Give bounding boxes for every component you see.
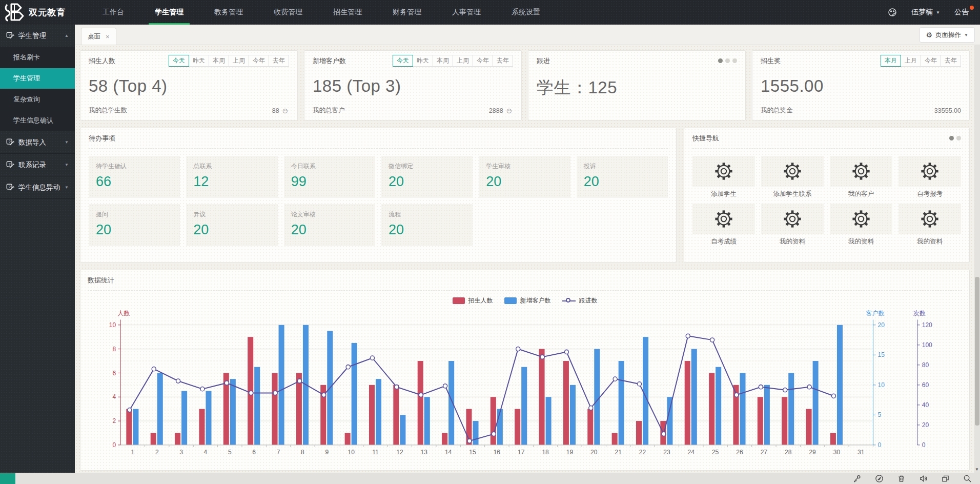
filter-button-本周[interactable]: 本周 [433, 55, 453, 67]
svg-text:0: 0 [112, 441, 116, 449]
svg-text:12: 12 [396, 449, 403, 456]
user-menu[interactable]: 伍梦楠 ▼ [911, 8, 940, 17]
quick-nav-item-6[interactable]: 我的资料 [830, 204, 892, 246]
legend-item-2[interactable]: 跟进数 [562, 296, 598, 305]
todo-item-9[interactable]: 流程20 [381, 204, 473, 246]
stat-card-header: 招生人数今天昨天本周上周今年去年 [89, 51, 289, 71]
navbar-menu: 工作台学生管理教务管理收费管理招生管理财务管理人事管理系统设置 [87, 0, 556, 25]
todo-item-5[interactable]: 投诉20 [577, 156, 668, 198]
filter-button-去年[interactable]: 去年 [493, 55, 513, 67]
carousel-dot[interactable] [718, 58, 723, 63]
todo-item-4[interactable]: 学生审核20 [479, 156, 570, 198]
quick-nav-item-0[interactable]: 添加学生 [692, 156, 755, 198]
sidebar-group-3[interactable]: ?学生信息异动▼ [0, 176, 75, 199]
trash-icon[interactable] [897, 474, 906, 483]
vertical-scrollbar[interactable]: ▼ [974, 45, 980, 473]
gear-icon [714, 162, 733, 181]
filter-button-上周[interactable]: 上周 [453, 55, 473, 67]
notice-link[interactable]: 公告 [954, 8, 969, 17]
bottom-accent-button[interactable] [0, 473, 15, 484]
filter-button-今年[interactable]: 今年 [473, 55, 493, 67]
legend-item-0[interactable]: 招生人数 [453, 296, 493, 305]
quick-nav-item-1[interactable]: 添加学生联系 [761, 156, 824, 198]
sidebar-item-0-1[interactable]: 学生管理 [0, 68, 75, 89]
svg-text:9: 9 [325, 449, 329, 456]
todo-item-label: 待学生确认 [96, 162, 173, 171]
carousel-dot[interactable] [949, 136, 954, 140]
stat-card-header: 新增客户数今天昨天本周上周今年去年 [313, 51, 513, 71]
todo-item-value: 20 [486, 174, 563, 190]
compass-icon[interactable] [875, 474, 884, 483]
quick-nav-item-5[interactable]: 我的资料 [761, 204, 824, 246]
nav-item-0[interactable]: 工作台 [87, 0, 139, 25]
svg-text:8: 8 [112, 346, 116, 353]
quick-nav-icon-box [899, 204, 961, 234]
nav-item-3[interactable]: 收费管理 [258, 0, 318, 25]
chart-title: 数据统计 [88, 276, 114, 285]
todo-item-1[interactable]: 总联系12 [186, 156, 277, 198]
tab-desktop[interactable]: 桌面 × [81, 28, 116, 45]
stat-card-header: 招生奖本月上月今年去年 [761, 51, 961, 71]
sidebar-item-0-3[interactable]: 学生信息确认 [0, 110, 75, 131]
filter-button-本月[interactable]: 本月 [881, 55, 901, 67]
svg-text:10: 10 [348, 449, 355, 456]
windows-icon[interactable] [941, 474, 950, 483]
todo-item-7[interactable]: 异议20 [186, 204, 277, 246]
page-actions-button[interactable]: ⚙ 页面操作 ▼ [920, 27, 975, 43]
nav-item-1[interactable]: 学生管理 [139, 0, 199, 25]
tab-close-icon[interactable]: × [106, 33, 110, 41]
filter-button-昨天[interactable]: 昨天 [413, 55, 433, 67]
todo-item-0[interactable]: 待学生确认66 [89, 156, 180, 198]
todo-item-2[interactable]: 今日联系99 [284, 156, 375, 198]
filter-button-上周[interactable]: 上周 [229, 55, 249, 67]
carousel-dot[interactable] [956, 136, 961, 140]
nav-item-6[interactable]: 人事管理 [437, 0, 496, 25]
sidebar-item-0-0[interactable]: 报名刷卡 [0, 47, 75, 68]
zoom-icon[interactable] [963, 474, 972, 483]
quick-nav-item-3[interactable]: 自考报考 [899, 156, 961, 198]
todo-item-8[interactable]: 论文审核20 [284, 204, 375, 246]
svg-text:?: ? [8, 139, 10, 144]
filter-button-去年[interactable]: 去年 [269, 55, 289, 67]
todo-item-value: 20 [389, 222, 465, 238]
svg-text:20: 20 [590, 449, 598, 456]
sidebar-group-0[interactable]: ?学生管理▲ [0, 25, 75, 47]
carousel-dot[interactable] [725, 58, 730, 63]
filter-button-今天[interactable]: 今天 [393, 55, 413, 67]
stat-footer-label: 我的总学生数 [89, 106, 127, 115]
filter-button-今天[interactable]: 今天 [169, 55, 189, 67]
filter-button-本周[interactable]: 本周 [209, 55, 229, 67]
todo-item-3[interactable]: 微信绑定20 [381, 156, 473, 198]
scrollbar-down-arrow[interactable]: ▼ [975, 467, 979, 472]
todo-item-value: 20 [193, 222, 270, 238]
pin-icon[interactable] [853, 474, 862, 483]
nav-item-2[interactable]: 教务管理 [199, 0, 258, 25]
speaker-icon[interactable] [919, 474, 928, 483]
todo-item-6[interactable]: 提问20 [89, 204, 180, 246]
svg-text:10: 10 [878, 381, 885, 389]
scrollbar-thumb[interactable] [975, 277, 979, 426]
quick-nav-item-2[interactable]: 我的客户 [830, 156, 892, 198]
svg-text:2: 2 [112, 417, 116, 425]
sidebar-item-0-2[interactable]: 复杂查询 [0, 89, 75, 110]
user-name: 伍梦楠 [911, 8, 933, 17]
filter-button-昨天[interactable]: 昨天 [189, 55, 209, 67]
legend-item-1[interactable]: 新增客户数 [504, 296, 551, 305]
nav-item-5[interactable]: 财务管理 [377, 0, 437, 25]
nav-item-7[interactable]: 系统设置 [496, 0, 556, 25]
quick-nav-item-7[interactable]: 我的资料 [899, 204, 961, 246]
nav-item-4[interactable]: 招生管理 [318, 0, 377, 25]
filter-button-今年[interactable]: 今年 [921, 55, 941, 67]
carousel-dot[interactable] [732, 58, 737, 63]
logo-icon [4, 3, 25, 22]
sidebar-group-2[interactable]: ?联系记录▼ [0, 154, 75, 176]
quick-nav-item-4[interactable]: 自考成绩 [692, 204, 755, 246]
sidebar-group-1[interactable]: ?数据导入▼ [0, 131, 75, 154]
quick-nav-card: 快捷导航 添加学生添加学生联系我的客户自考报考自考成绩我的资料我的资料我的资料 [684, 128, 970, 263]
filter-button-上月[interactable]: 上月 [901, 55, 921, 67]
theme-palette-icon[interactable] [888, 8, 897, 17]
filter-button-今年[interactable]: 今年 [249, 55, 269, 67]
filter-button-去年[interactable]: 去年 [941, 55, 961, 67]
brand-logo[interactable]: 双元教育 [0, 0, 87, 25]
quick-nav-title: 快捷导航 [692, 134, 719, 143]
